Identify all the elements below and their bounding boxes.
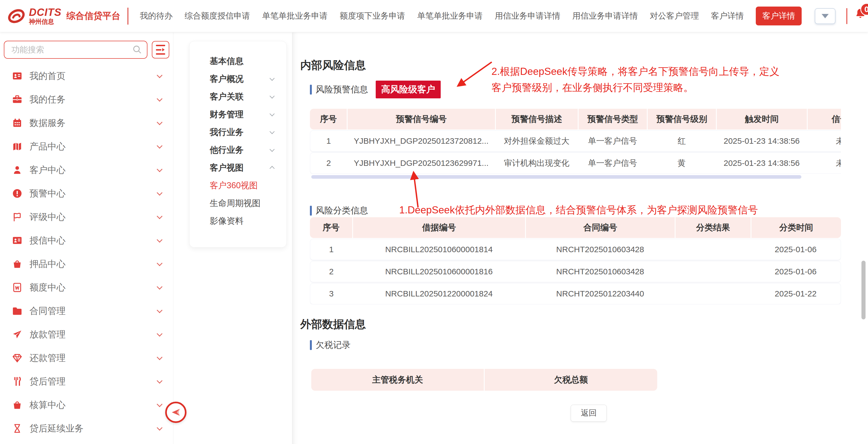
tab-corporate-customer-mgmt[interactable]: 对公客户管理 [650,10,699,22]
submenu-lifecycle-view[interactable]: 生命周期视图 [210,194,286,212]
tab-customer-detail-active[interactable]: 客户详情 [756,6,802,25]
search-box [4,41,148,59]
user-icon [12,165,22,175]
col-header: 信号状态 [808,109,841,129]
main-content: 内部风险信息 风险预警信息 高风险级客户 2.根据DeepSeek传导策略，将客… [292,32,868,444]
back-button[interactable]: 返回 [571,405,607,422]
chevron-down-icon [157,260,162,266]
sidebar-item-my-home[interactable]: 我的首页 [0,64,173,88]
brand-logo: DCITS 神州信息 综合信贷平台 [7,7,128,25]
sidebar-item-repayment-mgmt[interactable]: 还款管理 [0,346,173,370]
sidebar-item-contract-mgmt[interactable]: 合同管理 [0,299,173,323]
tabs-dropdown-button[interactable] [815,8,836,24]
chevron-down-icon [157,284,162,289]
menu-collapse-button[interactable] [152,41,169,58]
submenu-other-bank-business[interactable]: 他行业务 [210,141,286,159]
tab-comprehensive-credit-application[interactable]: 综合额度授信申请 [185,10,250,22]
horizontal-scrollbar[interactable] [311,175,801,179]
cell-signal-level: 红 [647,136,716,147]
cell-class-time: 2025-01-22 [751,289,840,298]
top-header: DCITS 神州信息 综合信贷平台 我的待办 综合额度授信申请 单笔单批业务申请… [0,0,868,32]
chevron-down-icon [270,129,274,134]
function-search-row [0,32,173,61]
sidebar-item-label: 还款管理 [30,352,65,364]
search-icon [132,45,143,55]
col-header: 合同编号 [526,217,675,238]
submenu-label: 客户关联 [210,91,244,102]
table-row[interactable]: 3 NRCBILL2025012200001824 NRCHT202501220… [310,283,841,304]
table-row[interactable]: 2 YJBHYJXH_DGP20250123629971... 审计机构出现变化… [310,152,841,174]
chevron-down-icon [157,378,162,383]
sidebar-collapse-float-button[interactable] [165,402,186,423]
submenu-our-bank-business[interactable]: 我行业务 [210,123,286,141]
sidebar-item-customer-center[interactable]: 客户中心 [0,158,173,182]
chevron-down-icon [157,307,162,313]
col-header: 欠税总额 [485,369,657,391]
tax-record-label: 欠税记录 [316,339,350,351]
col-header: 序号 [310,109,347,129]
tab-customer-detail[interactable]: 客户详情 [711,10,744,22]
chevron-down-icon [157,143,162,148]
submenu-label: 影像资料 [210,215,244,227]
section-bar [310,340,312,350]
sidebar-item-label: 授信中心 [30,234,65,247]
sidebar-item-label: 产品中心 [30,141,65,153]
cell-seq: 1 [310,136,347,146]
tab-quota-business-application[interactable]: 额度项下业务申请 [340,10,405,22]
sidebar-item-warning-center[interactable]: 预警中心 [0,182,173,205]
annotation-note2: 2.根据DeepSeek传导策略，将客户名下预警信号向上传导，定义 客户预警级别… [492,63,779,96]
submenu-basic-info[interactable]: 基本信息 [210,52,286,70]
sidebar-item-collateral-center[interactable]: 押品中心 [0,252,173,276]
table-row[interactable]: 2 NRCBILL2025010600001816 NRCHT202501060… [310,261,841,282]
risk-warning-label: 风险预警信息 [316,84,368,96]
submenu-finance-mgmt[interactable]: 财务管理 [210,106,286,123]
tab-single-batch-business-application-1[interactable]: 单笔单批业务申请 [262,10,328,22]
cell-signal-type: 单一客户信号 [578,136,647,147]
shopping-bag-icon [12,400,22,410]
notifications-button[interactable]: 0 [854,7,868,25]
risk-class-section-header: 风险分类信息 [310,205,368,217]
sidebar-item-my-tasks[interactable]: 我的任务 [0,88,173,111]
sidebar-item-quota-center[interactable]: 额度中心 [0,276,173,299]
submenu-customer-overview[interactable]: 客户概况 [210,70,286,88]
sidebar-item-label: 放款管理 [30,328,65,341]
table-header-row: 主管税务机关 欠税总额 [311,369,658,391]
submenu-customer-relation[interactable]: 客户关联 [210,88,286,106]
sidebar-item-product-center[interactable]: 产品中心 [0,135,173,158]
submenu-customer-360-view[interactable]: 客户360视图 [210,177,286,194]
chevron-down-icon [157,331,162,336]
cell-signal-status: 未解除 [807,158,841,169]
tax-section-header: 欠税记录 [310,339,350,351]
submenu-label: 客户视图 [210,162,244,174]
tab-credit-use-detail-2[interactable]: 用信业务申请详情 [572,10,638,22]
tab-single-batch-business-application-2[interactable]: 单笔单批业务申请 [417,10,483,22]
submenu-label: 他行业务 [210,144,244,156]
submenu-customer-view[interactable]: 客户视图 [210,159,286,177]
annotation-note2-line1: 2.根据DeepSeek传导策略，将客户名下预警信号向上传导，定义 [492,63,779,80]
sidebar-item-label: 评级中心 [30,211,65,223]
tab-my-todo[interactable]: 我的待办 [140,10,173,22]
folder-icon [12,306,22,316]
sidebar-item-label: 预警中心 [30,187,65,200]
flag-icon [12,212,22,222]
utensils-icon [12,376,22,387]
col-header: 分类时间 [751,217,841,238]
table-row[interactable]: 1 YJBHYJXH_DGP20250123720812... 对外担保金额过大… [310,130,841,152]
cell-seq: 1 [310,245,352,254]
cell-seq: 3 [310,289,352,298]
sidebar-item-accounting-center[interactable]: 核算中心 [0,393,173,417]
sidebar-item-disbursement-mgmt[interactable]: 放款管理 [0,323,173,346]
tab-credit-use-detail-1[interactable]: 用信业务申请详情 [495,10,560,22]
risk-class-label: 风险分类信息 [316,205,368,217]
table-row[interactable]: 1 NRCBILL2025010600001814 NRCHT202501060… [310,239,841,260]
sidebar-item-post-loan-continuation[interactable]: 贷后延续业务 [0,417,173,440]
customer-submenu-card: 基本信息 客户概况 客户关联 财务管理 我行业务 他行业务 客户视图 客户360… [189,41,287,247]
annotation-note2-line2: 客户预警级别，在业务侧执行不同受理策略。 [492,80,779,96]
sidebar-item-data-services[interactable]: 数据服务 [0,111,173,135]
vertical-scrollbar[interactable] [862,261,866,319]
sidebar-item-credit-center[interactable]: 授信中心 [0,229,173,252]
function-search-input[interactable] [4,41,148,59]
sidebar-item-post-loan-mgmt[interactable]: 贷后管理 [0,370,173,393]
sidebar-item-rating-center[interactable]: 评级中心 [0,205,173,229]
submenu-image-materials[interactable]: 影像资料 [210,212,286,230]
